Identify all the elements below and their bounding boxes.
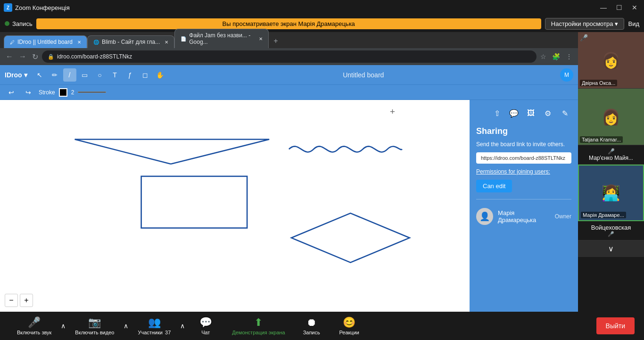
- jam-tab-icon: 📄: [181, 36, 186, 41]
- zoom-out-button[interactable]: −: [5, 294, 18, 307]
- tab-idroo[interactable]: 🖊 IDroo || Untitled board ✕: [4, 35, 87, 48]
- tool-pencil[interactable]: ✏: [48, 68, 61, 82]
- zoom-in-button[interactable]: +: [20, 294, 33, 307]
- tool-cursor[interactable]: ↖: [33, 68, 46, 82]
- stroke-width-slider[interactable]: [78, 91, 106, 93]
- mute-button[interactable]: 🎤 Включить звук: [9, 314, 59, 338]
- url-text: idroo.com/board-z88STLTNkz: [57, 53, 132, 60]
- bookmark-icon[interactable]: ☆: [538, 51, 548, 62]
- participants-button[interactable]: 👥 Участники 37: [130, 314, 178, 338]
- browser-menu-icon[interactable]: ⋮: [564, 51, 574, 62]
- participant-name-4: Марія Драмаре...: [581, 212, 626, 218]
- stroke-panel: ↩ ↪ Stroke 2: [0, 85, 578, 100]
- user-entry: 👤 Марія Драмарецька Owner: [476, 208, 571, 225]
- participant-video-4: 👩‍💻 Марія Драмаре...: [578, 165, 644, 221]
- participant-video-2: 👩 Tatjana Kramar...: [578, 89, 644, 145]
- idroo-logo-chevron: ▾: [24, 71, 27, 79]
- tool-ellipse[interactable]: ○: [93, 68, 107, 82]
- tool-text[interactable]: T: [108, 68, 122, 82]
- canvas-zoom-controls: − +: [5, 294, 33, 307]
- stroke-redo[interactable]: ↪: [22, 86, 35, 99]
- tool-eraser[interactable]: ◻: [139, 68, 152, 82]
- chat-label: Чат: [201, 330, 210, 335]
- participants-caret[interactable]: ∧: [178, 322, 187, 330]
- can-edit-button[interactable]: Can edit: [476, 180, 512, 192]
- tab-blimb-close[interactable]: ✕: [165, 40, 168, 45]
- image-icon[interactable]: 🖼: [524, 107, 537, 120]
- chat-icon: 💬: [199, 316, 212, 329]
- blimb-tab-icon: 🌐: [93, 40, 99, 45]
- exit-button[interactable]: Выйти: [596, 317, 635, 334]
- share-icon[interactable]: ⇧: [490, 107, 504, 120]
- tab-jam[interactable]: 📄 Файл Jam без назви... - Goog... ✕: [174, 29, 269, 48]
- window-title: Zoom Конференція: [15, 4, 597, 11]
- drawing-canvas[interactable]: +: [0, 100, 470, 312]
- participant-name-2: Tatjana Kramar...: [580, 136, 623, 143]
- participant-video-1: 👩 Двірна Окса... 🎤: [578, 32, 644, 89]
- user-info: Марія Драмарецька: [498, 209, 550, 224]
- sharing-link[interactable]: https://idroo.com/board-z88STLTNkz: [476, 152, 571, 164]
- maximize-button[interactable]: ☐: [613, 3, 625, 12]
- video-label: Включить видео: [75, 330, 114, 335]
- stroke-undo[interactable]: ↩: [5, 86, 18, 99]
- back-button[interactable]: ←: [4, 50, 15, 63]
- recording-dot: [5, 21, 9, 26]
- mute-caret[interactable]: ∧: [59, 322, 67, 330]
- browser-nav-actions: ☆ 🧩 ⋮: [538, 51, 574, 62]
- tab-jam-close[interactable]: ✕: [259, 36, 263, 41]
- user-avatar-circle: 👤: [476, 208, 493, 225]
- forward-button[interactable]: →: [17, 50, 28, 63]
- tab-jam-label: Файл Jam без назви... - Goog...: [189, 32, 254, 45]
- recording-badge: Запись: [5, 20, 33, 27]
- tool-line[interactable]: /: [63, 68, 76, 82]
- record-button[interactable]: ⏺ Запись: [293, 314, 330, 338]
- video-button[interactable]: 📷 Включить видео: [67, 314, 122, 338]
- screen-share-text: Вы просматриваете экран Марія Драмарецьк…: [223, 20, 355, 27]
- zoom-titlebar: Z Zoom Конференція — ☐ ✕: [0, 0, 644, 15]
- view-settings-label: Настройки просмотра: [551, 20, 613, 27]
- edit-icon[interactable]: ✎: [558, 107, 571, 120]
- svg-marker-2: [291, 213, 410, 262]
- participants-group: 👥 Участники 37 ∧: [130, 314, 187, 338]
- scroll-down-button[interactable]: ∨: [578, 240, 644, 257]
- close-button[interactable]: ✕: [629, 3, 640, 12]
- tab-idroo-close[interactable]: ✕: [77, 40, 81, 45]
- sharing-title: Sharing: [476, 126, 571, 136]
- tool-formula[interactable]: ƒ: [124, 68, 137, 82]
- screen-share-icon: ⬆: [254, 316, 263, 329]
- chat-button[interactable]: 💬 Чат: [187, 314, 224, 338]
- tab-blimb[interactable]: 🌐 Blimb - Сайт для гла... ✕: [87, 35, 174, 48]
- new-tab-button[interactable]: +: [271, 34, 281, 48]
- reactions-icon: 😊: [343, 316, 355, 329]
- canvas-area[interactable]: + − +: [0, 100, 470, 312]
- participant-label-3: Мар'єнко Майя...: [589, 155, 633, 161]
- browser-area: 🖊 IDroo || Untitled board ✕ 🌐 Blimb - Са…: [0, 32, 578, 312]
- comment-icon[interactable]: 💬: [507, 107, 520, 120]
- browser-nav: ← → ↻ 🔒 idroo.com/board-z88STLTNkz ☆ 🧩 ⋮: [0, 48, 578, 65]
- canvas-sharing-container: + − + ⇧ 💬 🖼 ⚙ ✎ Sharing Send the board l…: [0, 100, 578, 312]
- settings-icon[interactable]: ⚙: [541, 107, 554, 120]
- screen-share-button[interactable]: ⬆ Демонстрация экрана: [224, 314, 292, 338]
- record-icon: ⏺: [306, 316, 317, 329]
- tool-pan[interactable]: ✋: [154, 68, 167, 82]
- lock-icon: 🔒: [48, 54, 54, 60]
- idroo-tab-icon: 🖊: [10, 40, 15, 45]
- tool-rect[interactable]: ▭: [78, 68, 91, 82]
- mute-group: 🎤 Включить звук ∧: [9, 314, 67, 338]
- stroke-color-swatch[interactable]: [59, 88, 67, 97]
- view-settings-button[interactable]: Настройки просмотра ▾: [545, 18, 625, 30]
- mic-muted-icon-3: 🎤: [608, 148, 615, 155]
- video-caret[interactable]: ∧: [122, 322, 130, 330]
- participant-name-1: Двірна Окса...: [580, 80, 617, 86]
- zoom-icon: Z: [4, 3, 12, 12]
- minimize-button[interactable]: —: [597, 3, 610, 12]
- recording-label: Запись: [12, 20, 33, 27]
- screen-share-banner: Вы просматриваете экран Марія Драмарецьк…: [36, 18, 541, 29]
- reactions-button[interactable]: 😊 Реакции: [330, 314, 368, 338]
- window-controls[interactable]: — ☐ ✕: [597, 3, 640, 12]
- participant-3-entry: 🎤 Мар'єнко Майя...: [578, 145, 644, 165]
- refresh-button[interactable]: ↻: [30, 50, 40, 63]
- permissions-text: Permissions for joining users:: [476, 168, 550, 175]
- address-bar[interactable]: 🔒 idroo.com/board-z88STLTNkz: [42, 50, 537, 63]
- extensions-icon[interactable]: 🧩: [550, 51, 562, 62]
